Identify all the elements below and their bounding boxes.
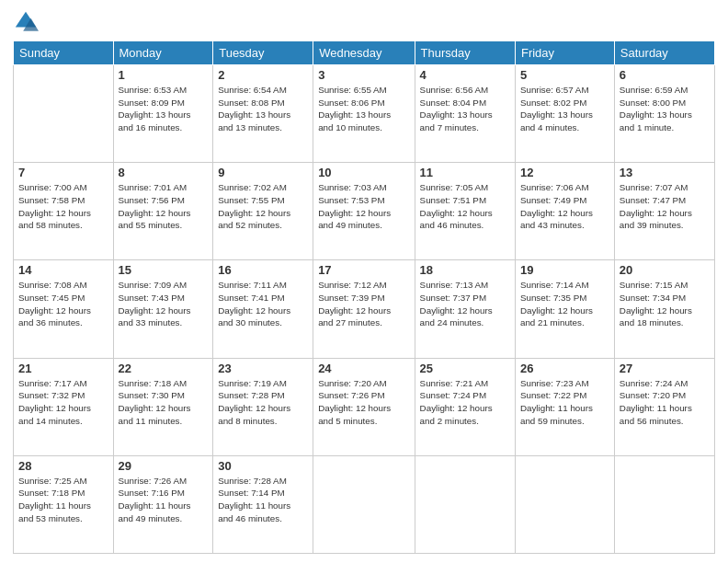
calendar-body: 1Sunrise: 6:53 AM Sunset: 8:09 PM Daylig… [14, 65, 715, 554]
day-cell: 15Sunrise: 7:09 AM Sunset: 7:43 PM Dayli… [113, 260, 213, 358]
day-info: Sunrise: 7:25 AM Sunset: 7:18 PM Dayligh… [18, 475, 108, 525]
day-cell: 1Sunrise: 6:53 AM Sunset: 8:09 PM Daylig… [113, 65, 213, 163]
day-cell: 25Sunrise: 7:21 AM Sunset: 7:24 PM Dayli… [415, 358, 515, 455]
day-number: 11 [420, 166, 510, 179]
day-number: 6 [620, 68, 710, 82]
day-cell: 8Sunrise: 7:01 AM Sunset: 7:56 PM Daylig… [113, 163, 213, 260]
day-cell: 27Sunrise: 7:24 AM Sunset: 7:20 PM Dayli… [614, 358, 714, 455]
day-cell: 5Sunrise: 6:57 AM Sunset: 8:02 PM Daylig… [515, 65, 614, 163]
day-info: Sunrise: 6:53 AM Sunset: 8:09 PM Dayligh… [119, 84, 209, 134]
day-number: 5 [520, 68, 609, 82]
day-cell: 13Sunrise: 7:07 AM Sunset: 7:47 PM Dayli… [614, 163, 714, 260]
day-info: Sunrise: 7:14 AM Sunset: 7:35 PM Dayligh… [520, 279, 609, 329]
logo [13, 9, 42, 35]
day-info: Sunrise: 6:57 AM Sunset: 8:02 PM Dayligh… [520, 84, 609, 134]
day-cell: 2Sunrise: 6:54 AM Sunset: 8:08 PM Daylig… [213, 65, 313, 163]
day-cell: 7Sunrise: 7:00 AM Sunset: 7:58 PM Daylig… [14, 163, 114, 260]
day-cell: 22Sunrise: 7:18 AM Sunset: 7:30 PM Dayli… [113, 358, 213, 455]
calendar-header: SundayMondayTuesdayWednesdayThursdayFrid… [14, 41, 715, 65]
day-number: 15 [119, 263, 209, 277]
day-info: Sunrise: 7:26 AM Sunset: 7:16 PM Dayligh… [119, 475, 209, 525]
col-header-thursday: Thursday [415, 41, 515, 65]
day-info: Sunrise: 7:23 AM Sunset: 7:22 PM Dayligh… [520, 377, 609, 428]
day-info: Sunrise: 7:18 AM Sunset: 7:30 PM Dayligh… [119, 377, 209, 428]
day-number: 27 [620, 362, 710, 375]
day-number: 18 [420, 263, 510, 277]
day-cell [14, 65, 114, 163]
day-info: Sunrise: 7:03 AM Sunset: 7:53 PM Dayligh… [318, 181, 409, 232]
day-number: 28 [18, 459, 108, 473]
day-info: Sunrise: 7:15 AM Sunset: 7:34 PM Dayligh… [620, 279, 710, 329]
day-number: 17 [318, 263, 409, 277]
day-cell: 10Sunrise: 7:03 AM Sunset: 7:53 PM Dayli… [313, 163, 415, 260]
day-cell: 18Sunrise: 7:13 AM Sunset: 7:37 PM Dayli… [415, 260, 515, 358]
day-info: Sunrise: 7:28 AM Sunset: 7:14 PM Dayligh… [218, 475, 308, 525]
day-number: 10 [318, 166, 409, 179]
day-info: Sunrise: 6:54 AM Sunset: 8:08 PM Dayligh… [218, 84, 308, 134]
day-info: Sunrise: 7:12 AM Sunset: 7:39 PM Dayligh… [318, 279, 409, 329]
day-number: 23 [218, 362, 308, 375]
week-row-1: 1Sunrise: 6:53 AM Sunset: 8:09 PM Daylig… [14, 65, 715, 163]
day-cell [515, 455, 614, 553]
day-number: 24 [318, 362, 409, 375]
day-cell: 3Sunrise: 6:55 AM Sunset: 8:06 PM Daylig… [313, 65, 415, 163]
day-info: Sunrise: 7:17 AM Sunset: 7:32 PM Dayligh… [18, 377, 108, 428]
col-header-wednesday: Wednesday [313, 41, 415, 65]
day-number: 30 [218, 459, 308, 473]
day-info: Sunrise: 7:01 AM Sunset: 7:56 PM Dayligh… [119, 181, 209, 232]
day-cell: 24Sunrise: 7:20 AM Sunset: 7:26 PM Dayli… [313, 358, 415, 455]
col-header-tuesday: Tuesday [213, 41, 313, 65]
day-cell: 14Sunrise: 7:08 AM Sunset: 7:45 PM Dayli… [14, 260, 114, 358]
day-cell [614, 455, 714, 553]
col-header-monday: Monday [113, 41, 213, 65]
day-info: Sunrise: 7:24 AM Sunset: 7:20 PM Dayligh… [620, 377, 710, 428]
logo-icon [13, 9, 39, 35]
day-cell: 20Sunrise: 7:15 AM Sunset: 7:34 PM Dayli… [614, 260, 714, 358]
week-row-4: 21Sunrise: 7:17 AM Sunset: 7:32 PM Dayli… [14, 358, 715, 455]
day-number: 4 [420, 68, 510, 82]
day-info: Sunrise: 6:59 AM Sunset: 8:00 PM Dayligh… [620, 84, 710, 134]
day-number: 20 [620, 263, 710, 277]
day-number: 9 [218, 166, 308, 179]
day-cell: 26Sunrise: 7:23 AM Sunset: 7:22 PM Dayli… [515, 358, 614, 455]
day-info: Sunrise: 7:07 AM Sunset: 7:47 PM Dayligh… [620, 181, 710, 232]
week-row-5: 28Sunrise: 7:25 AM Sunset: 7:18 PM Dayli… [14, 455, 715, 553]
col-header-friday: Friday [515, 41, 614, 65]
day-number: 7 [18, 166, 108, 179]
day-info: Sunrise: 7:09 AM Sunset: 7:43 PM Dayligh… [119, 279, 209, 329]
day-info: Sunrise: 7:08 AM Sunset: 7:45 PM Dayligh… [18, 279, 108, 329]
day-cell [313, 455, 415, 553]
day-cell: 9Sunrise: 7:02 AM Sunset: 7:55 PM Daylig… [213, 163, 313, 260]
day-number: 26 [520, 362, 609, 375]
day-cell: 12Sunrise: 7:06 AM Sunset: 7:49 PM Dayli… [515, 163, 614, 260]
day-info: Sunrise: 7:00 AM Sunset: 7:58 PM Dayligh… [18, 181, 108, 232]
day-info: Sunrise: 7:20 AM Sunset: 7:26 PM Dayligh… [318, 377, 409, 428]
day-cell: 29Sunrise: 7:26 AM Sunset: 7:16 PM Dayli… [113, 455, 213, 553]
day-number: 3 [318, 68, 409, 82]
day-info: Sunrise: 7:02 AM Sunset: 7:55 PM Dayligh… [218, 181, 308, 232]
day-cell: 23Sunrise: 7:19 AM Sunset: 7:28 PM Dayli… [213, 358, 313, 455]
day-number: 14 [18, 263, 108, 277]
calendar: SundayMondayTuesdayWednesdayThursdayFrid… [13, 40, 715, 554]
day-info: Sunrise: 6:56 AM Sunset: 8:04 PM Dayligh… [420, 84, 510, 134]
day-cell: 6Sunrise: 6:59 AM Sunset: 8:00 PM Daylig… [614, 65, 714, 163]
day-cell: 30Sunrise: 7:28 AM Sunset: 7:14 PM Dayli… [213, 455, 313, 553]
day-cell: 28Sunrise: 7:25 AM Sunset: 7:18 PM Dayli… [14, 455, 114, 553]
day-info: Sunrise: 7:13 AM Sunset: 7:37 PM Dayligh… [420, 279, 510, 329]
day-info: Sunrise: 7:19 AM Sunset: 7:28 PM Dayligh… [218, 377, 308, 428]
day-number: 16 [218, 263, 308, 277]
header-row: SundayMondayTuesdayWednesdayThursdayFrid… [14, 41, 715, 65]
header [13, 9, 715, 35]
day-cell: 16Sunrise: 7:11 AM Sunset: 7:41 PM Dayli… [213, 260, 313, 358]
day-number: 19 [520, 263, 609, 277]
day-number: 2 [218, 68, 308, 82]
day-info: Sunrise: 7:05 AM Sunset: 7:51 PM Dayligh… [420, 181, 510, 232]
day-cell: 17Sunrise: 7:12 AM Sunset: 7:39 PM Dayli… [313, 260, 415, 358]
day-number: 13 [620, 166, 710, 179]
day-number: 22 [119, 362, 209, 375]
day-info: Sunrise: 7:11 AM Sunset: 7:41 PM Dayligh… [218, 279, 308, 329]
day-info: Sunrise: 6:55 AM Sunset: 8:06 PM Dayligh… [318, 84, 409, 134]
col-header-saturday: Saturday [614, 41, 714, 65]
day-cell: 4Sunrise: 6:56 AM Sunset: 8:04 PM Daylig… [415, 65, 515, 163]
day-info: Sunrise: 7:21 AM Sunset: 7:24 PM Dayligh… [420, 377, 510, 428]
